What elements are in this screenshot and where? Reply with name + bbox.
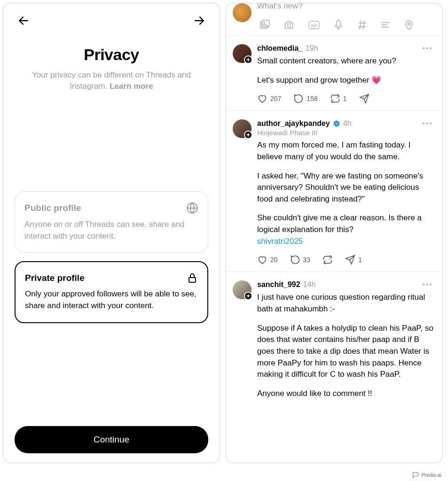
share-button[interactable] bbox=[359, 93, 369, 104]
option-public-profile[interactable]: Public profile Anyone on or off Threads … bbox=[15, 191, 208, 253]
comment-count: 158 bbox=[307, 95, 317, 102]
comment-button[interactable]: 158 bbox=[293, 93, 317, 104]
post: sanchit_992 14h ••• I just have one curi… bbox=[226, 272, 442, 406]
add-follow-badge-icon[interactable] bbox=[244, 131, 252, 139]
post-paragraph: Suppose if A takes a holydip to clean hi… bbox=[257, 323, 434, 380]
svg-point-8 bbox=[288, 24, 291, 27]
post-text: Small content creators, where are you? L… bbox=[257, 55, 434, 86]
avatar[interactable] bbox=[233, 280, 252, 299]
microphone-icon[interactable] bbox=[333, 19, 344, 31]
option-title: Private profile bbox=[25, 273, 85, 283]
option-description: Only your approved followers will be abl… bbox=[25, 288, 198, 311]
post-location[interactable]: Hinjewadi Phase III bbox=[257, 129, 434, 137]
repost-button[interactable]: 1 bbox=[330, 93, 347, 104]
page-title: Privacy bbox=[3, 46, 220, 64]
post: author_ajaykpandey 4h ••• Hinjewadi Phas… bbox=[226, 110, 442, 272]
post-username[interactable]: sanchit_992 bbox=[257, 280, 300, 289]
post-timestamp: 4h bbox=[343, 119, 352, 128]
svg-point-20 bbox=[408, 23, 410, 25]
post-paragraph: As my mom forced me, I am fasting today.… bbox=[257, 140, 434, 163]
post-timestamp: 14h bbox=[303, 280, 316, 289]
svg-point-27 bbox=[417, 474, 417, 475]
verified-badge-icon bbox=[333, 120, 340, 127]
location-icon[interactable] bbox=[404, 19, 414, 31]
post-paragraph: She couldn't give me a clear reason. Is … bbox=[257, 212, 434, 247]
svg-line-16 bbox=[363, 21, 364, 29]
svg-rect-4 bbox=[189, 278, 196, 282]
add-follow-badge-icon[interactable] bbox=[244, 292, 252, 300]
add-follow-badge-icon[interactable] bbox=[244, 55, 252, 64]
post-text: I just have one curious question regardi… bbox=[257, 292, 434, 399]
svg-rect-11 bbox=[337, 20, 340, 26]
feed-panel: What's new? GIF chloemedia_ bbox=[226, 3, 443, 463]
repost-count: 1 bbox=[343, 95, 347, 102]
svg-rect-6 bbox=[262, 20, 269, 27]
like-count: 207 bbox=[270, 95, 281, 102]
privacy-onboarding-panel: Privacy Your privacy can be different on… bbox=[3, 3, 220, 463]
composer-placeholder[interactable]: What's new? bbox=[257, 3, 435, 11]
post-timestamp: 19h bbox=[306, 44, 318, 53]
like-button[interactable]: 207 bbox=[257, 93, 281, 104]
watermark: Predis.ai bbox=[412, 472, 441, 478]
more-options-icon[interactable]: ••• bbox=[421, 44, 434, 53]
composer[interactable]: What's new? GIF bbox=[226, 3, 442, 35]
post-paragraph: Let's support and grow together 💗 bbox=[257, 75, 434, 86]
camera-icon[interactable] bbox=[283, 19, 295, 31]
option-title: Public profile bbox=[24, 203, 81, 213]
like-count: 20 bbox=[270, 256, 278, 264]
post-username[interactable]: chloemedia_ bbox=[257, 44, 303, 53]
watermark-text: Predis.ai bbox=[421, 472, 441, 478]
avatar[interactable] bbox=[233, 3, 252, 22]
more-options-icon[interactable]: ••• bbox=[421, 119, 434, 128]
post-paragraph: Small content creators, where are you? bbox=[257, 55, 434, 67]
poll-icon[interactable] bbox=[380, 19, 391, 31]
lock-icon bbox=[187, 272, 198, 284]
learn-more-link[interactable]: Learn more bbox=[110, 82, 153, 91]
comment-button[interactable]: 33 bbox=[290, 255, 311, 265]
post-paragraph: I asked her, "Why are we fasting on some… bbox=[257, 171, 434, 205]
hashtag-icon[interactable] bbox=[357, 19, 367, 31]
share-count: 1 bbox=[358, 256, 362, 264]
option-description: Anyone on or off Threads can see, share … bbox=[24, 219, 198, 242]
image-icon[interactable] bbox=[259, 19, 270, 31]
back-arrow-icon[interactable] bbox=[17, 15, 30, 27]
share-button[interactable]: 1 bbox=[345, 255, 362, 265]
avatar[interactable] bbox=[233, 119, 252, 138]
svg-text:GIF: GIF bbox=[311, 23, 317, 28]
globe-icon bbox=[186, 202, 198, 214]
option-private-profile[interactable]: Private profile Only your approved follo… bbox=[15, 261, 208, 323]
continue-button[interactable]: Continue bbox=[15, 426, 208, 453]
post-paragraph: Anyone would like to comment !! bbox=[257, 388, 434, 400]
watermark-icon bbox=[412, 472, 419, 478]
page-subtitle: Your privacy can be different on Threads… bbox=[3, 70, 220, 92]
comment-count: 33 bbox=[303, 256, 311, 264]
forward-arrow-icon[interactable] bbox=[193, 15, 205, 27]
repost-button[interactable] bbox=[322, 255, 333, 265]
svg-line-15 bbox=[360, 21, 361, 29]
post-paragraph: I just have one curious question regardi… bbox=[257, 292, 434, 315]
post-text: As my mom forced me, I am fasting today.… bbox=[257, 140, 434, 247]
like-button[interactable]: 20 bbox=[257, 255, 278, 265]
post: chloemedia_ 19h ••• Small content creato… bbox=[226, 35, 442, 110]
gif-icon[interactable]: GIF bbox=[308, 19, 320, 31]
post-username[interactable]: author_ajaykpandey bbox=[257, 119, 330, 128]
more-options-icon[interactable]: ••• bbox=[421, 280, 434, 289]
hashtag-link[interactable]: shivratri2025 bbox=[257, 237, 303, 246]
avatar[interactable] bbox=[233, 44, 252, 63]
